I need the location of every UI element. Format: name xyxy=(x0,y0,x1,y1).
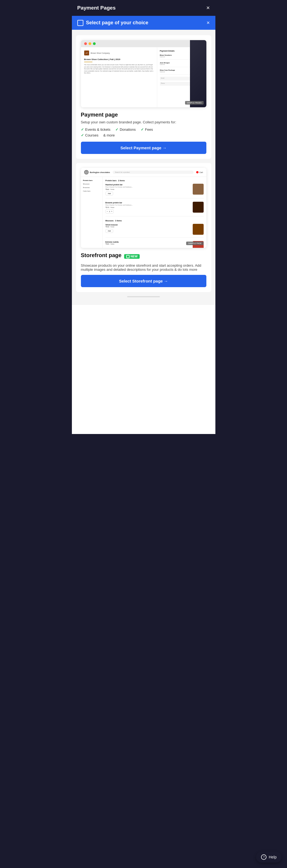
feature-donations: ✓ Donations xyxy=(115,127,136,131)
storefront-sidebar: Protein bars Mousses Brownies Cake bars xyxy=(81,177,103,248)
add-velvet-button[interactable]: Add xyxy=(106,229,113,233)
cart-dot: 1 xyxy=(196,171,198,173)
banner-text: Select page of your choice xyxy=(86,20,148,26)
browser-body-text: The most comfortable shoes you can wear … xyxy=(84,64,153,74)
add-hazelnut-button[interactable]: Add xyxy=(106,192,113,195)
storefront-logo-icon xyxy=(84,170,89,175)
storefront-header: Burlington chocolates Search for a produ… xyxy=(81,168,206,177)
feature-events: ✓ Events & tickets xyxy=(81,127,110,131)
category-brownies[interactable]: Brownies xyxy=(83,187,100,188)
qty-btn-group: − 2 + xyxy=(106,209,114,213)
browser-logo-row: Brown Shoe Company xyxy=(84,51,153,55)
product-price: ₹465 ₹550 xyxy=(106,243,191,245)
banner-icon xyxy=(77,20,83,26)
payment-page-card: Brown Shoe Company Brown Shoe Collection… xyxy=(76,35,211,159)
payment-page-title: Payment page xyxy=(81,112,206,118)
storefront-body: Protein bars Mousses Brownies Cake bars … xyxy=(81,177,206,248)
category-mousses[interactable]: Mousses xyxy=(83,183,100,185)
product-img-hazelnut xyxy=(193,184,204,195)
storefront-page-card: Burlington chocolates Search for a produ… xyxy=(76,163,211,292)
new-badge: NEW xyxy=(124,254,140,259)
help-circle-icon: ? xyxy=(261,854,266,860)
check-icon: ✓ xyxy=(141,127,144,131)
shoe-logo-icon xyxy=(84,51,89,55)
decrease-qty-button[interactable]: − xyxy=(107,210,108,213)
product-price: ₹549 ₹720 xyxy=(106,226,191,228)
feature-more: & more xyxy=(103,133,115,137)
product-price: ₹275 ₹310 xyxy=(106,206,191,208)
features-list: ✓ Events & tickets ✓ Donations ✓ Fees ✓ xyxy=(81,127,206,137)
main-content: Brown Shoe Company Brown Shoe Collection… xyxy=(72,30,216,305)
header: Payment Pages × xyxy=(72,0,216,16)
feature-label: Events & tickets xyxy=(85,127,110,131)
feature-label: Fees xyxy=(145,127,153,131)
product-name: Velvet mousse xyxy=(106,224,191,226)
product-price: ₹500 ₹475 xyxy=(106,188,191,190)
sample-page-badge[interactable]: SAMPLE PAGE xyxy=(186,242,203,245)
feature-courses: ✓ Courses xyxy=(81,133,98,137)
browser-divider xyxy=(84,62,92,62)
storefront-brand-name: Burlington chocolates xyxy=(90,172,110,173)
product-name: Extreme nutella xyxy=(106,241,191,243)
check-icon: ✓ xyxy=(81,133,84,137)
dot-green xyxy=(93,42,96,45)
browser-heading: Brown Shoe Collection | Fall | 2019 xyxy=(84,58,153,61)
product-item-velvet: Velvet mousse ₹549 ₹720 Add xyxy=(106,224,204,238)
storefront-page-subtitle: Showcase products on your online storefr… xyxy=(81,264,206,272)
features-row-2: ✓ Courses & more xyxy=(81,133,206,137)
browser-brand: Brown Shoe Company xyxy=(91,52,110,54)
storefront-logo: Burlington chocolates xyxy=(84,170,110,175)
payment-browser-mockup: Brown Shoe Company Brown Shoe Collection… xyxy=(81,40,206,107)
product-img-brownie xyxy=(193,202,204,213)
storefront-cart: 1 Cart xyxy=(196,171,203,173)
bottom-bar xyxy=(127,296,160,297)
feature-label: & more xyxy=(103,133,115,137)
product-desc: Floor Cleaner For Anxiety and Epilepsy..… xyxy=(106,204,191,206)
payment-page-subtitle: Setup your own custom branded page. Coll… xyxy=(81,120,206,124)
help-button[interactable]: ? Help xyxy=(256,851,282,863)
phone-container: Payment Pages × Select page of your choi… xyxy=(72,0,216,434)
header-title: Payment Pages xyxy=(77,5,116,11)
product-img-velvet xyxy=(193,224,204,235)
blue-banner-left: Select page of your choice xyxy=(77,20,148,26)
feature-label: Courses xyxy=(85,133,98,137)
feature-label: Donations xyxy=(120,127,136,131)
storefront-browser-mockup: Burlington chocolates Search for a produ… xyxy=(81,168,206,248)
browser-left-panel: Brown Shoe Company Brown Shoe Collection… xyxy=(81,47,157,107)
select-storefront-page-button[interactable]: Select Storefront page → xyxy=(81,275,206,287)
increase-qty-button[interactable]: + xyxy=(111,210,113,213)
dark-overlay xyxy=(190,47,206,107)
help-label: Help xyxy=(269,855,277,859)
features-row-1: ✓ Events & tickets ✓ Donations ✓ Fees xyxy=(81,127,206,131)
new-badge-icon xyxy=(126,255,130,258)
check-icon: ✓ xyxy=(81,127,84,131)
cart-label: Cart xyxy=(199,172,203,173)
product-item-hazelnut: Hazelnut protein bar Floor Cleaner For A… xyxy=(106,184,204,198)
banner-close-icon[interactable]: × xyxy=(207,20,210,26)
check-icon: ✓ xyxy=(115,127,118,131)
product-item-brownie: Brownie protein bar Floor Cleaner For An… xyxy=(106,202,204,216)
blue-banner: Select page of your choice × xyxy=(72,16,216,30)
storefront-page-title: Storefront page xyxy=(81,252,122,258)
sample-pages-badge[interactable]: SAMPLE PAGES xyxy=(185,101,204,104)
browser-content: Brown Shoe Company Brown Shoe Collection… xyxy=(81,47,206,107)
dot-red xyxy=(84,42,87,45)
browser-bar xyxy=(81,40,206,47)
feature-fees: ✓ Fees xyxy=(141,127,153,131)
header-close-icon[interactable]: × xyxy=(206,5,210,11)
mousses-section-title: Mousses 3 items xyxy=(106,220,204,222)
product-name: Brownie protein bar xyxy=(106,202,191,204)
product-name: Hazelnut protein bar xyxy=(106,184,191,186)
qty-value: 2 xyxy=(109,211,110,212)
category-cake-bars[interactable]: Cake bars xyxy=(83,190,100,192)
category-protein-bars[interactable]: Protein bars xyxy=(83,180,100,181)
storefront-products: Protein bars 2 items Hazelnut protein ba… xyxy=(103,177,206,248)
protein-bars-section-title: Protein bars 2 items xyxy=(106,180,204,182)
product-desc: Floor Cleaner For Anxiety and Epilepsy..… xyxy=(106,186,191,188)
select-payment-page-button[interactable]: Select Payment page → xyxy=(81,142,206,154)
dot-yellow xyxy=(89,42,91,45)
storefront-title-row: Storefront page NEW xyxy=(81,252,206,261)
storefront-search: Search for a product xyxy=(113,170,194,174)
